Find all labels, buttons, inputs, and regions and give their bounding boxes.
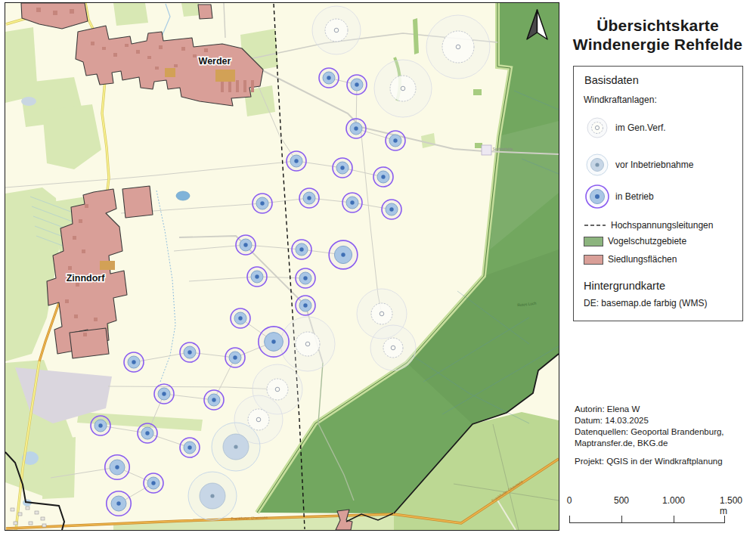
scale-tick	[621, 516, 622, 523]
map-canvas: WerderZinndorfRotes LuchFrankfurter Chau…	[5, 2, 559, 531]
legend-box: Basisdaten Windkraftanlagen: im Gen.Verf…	[573, 66, 743, 321]
scale-tick	[674, 516, 674, 523]
scale-bar: 0 500 1.000 1.500 m	[563, 495, 752, 529]
legend-item-siedlungsflaechen: Siedlungsflächen	[584, 254, 677, 265]
legend-group-label: Windkraftanlagen:	[584, 95, 657, 105]
scale-tick	[724, 516, 725, 523]
legend-item-power-lines: Hochspannungsleitungen	[584, 219, 713, 231]
map-svg: WerderZinndorfRotes LuchFrankfurter Chau…	[5, 3, 559, 530]
pre-operation-turbine-icon	[584, 151, 611, 178]
map-title-line2: Windenergie Rehfelde	[563, 35, 752, 54]
credit-sources-2: Maptransfer.de, BKG.de	[575, 438, 752, 449]
settlement-swatch	[584, 255, 603, 265]
scale-label-0: 0	[567, 495, 572, 506]
legend-item-label: Vogelschutzgebiete	[608, 236, 686, 246]
place-label: Sophienfelde	[493, 147, 513, 151]
scale-label-1000: 1.000	[662, 495, 685, 506]
credit-project: Projekt: QGIS in der Windkraftplanung	[575, 456, 752, 467]
operating-turbine-icon	[584, 183, 611, 210]
planned-turbine-icon	[584, 114, 611, 141]
legend-item-label: in Betrieb	[615, 191, 654, 202]
legend-item-label: vor Inbetriebnahme	[615, 160, 693, 170]
scale-label-500: 500	[614, 495, 629, 506]
legend-background-source: DE: basemap.de farbig (WMS)	[584, 298, 707, 308]
scale-label-1500: 1.500 m	[720, 495, 742, 516]
legend-item-vogelschutzgebiete: Vogelschutzgebiete	[584, 236, 686, 246]
legend-heading: Basisdaten	[584, 74, 639, 86]
legend-item-label: Siedlungsflächen	[608, 254, 677, 265]
place-label: Zinndorf	[67, 273, 106, 284]
legend-item-vor-inbetriebnahme: vor Inbetriebnahme	[584, 151, 693, 178]
scale-bar-line	[569, 522, 725, 523]
map-title-line1: Übersichtskarte	[563, 16, 752, 35]
map-title: Übersichtskarte Windenergie Rehfelde	[563, 16, 752, 54]
dashed-line-icon	[584, 219, 606, 231]
legend-item-label: Hochspannungsleitungen	[611, 220, 713, 231]
legend-item-in-betrieb: in Betrieb	[584, 183, 654, 210]
credit-date: Datum: 14.03.2025	[575, 415, 752, 426]
place-label: Werder	[199, 56, 231, 67]
legend-item-label: im Gen.Verf.	[615, 122, 666, 133]
legend-item-gen-verf: im Gen.Verf.	[584, 114, 666, 141]
credit-author: Autorin: Elena W	[575, 404, 752, 415]
sophienfelde-building	[482, 145, 491, 155]
credit-sources-1: Datenquellen: Geoportal Brandenburg,	[575, 426, 752, 438]
page: { "title": {"line1": "Übersichtskarte", …	[0, 0, 756, 533]
green-area-swatch	[584, 237, 603, 246]
scale-tick	[569, 516, 570, 523]
map-credits: Autorin: Elena W Datum: 14.03.2025 Daten…	[575, 404, 752, 467]
legend-background-heading: Hintergrundkarte	[584, 280, 665, 292]
